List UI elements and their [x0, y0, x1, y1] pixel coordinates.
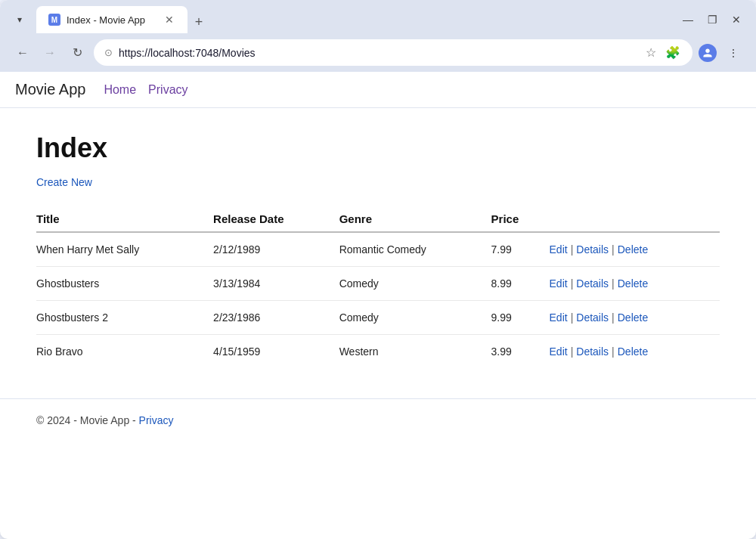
page-content: Movie App Home Privacy Index Create New …	[0, 72, 756, 441]
cell-genre: Comedy	[339, 267, 491, 301]
col-actions	[550, 206, 720, 232]
forward-button[interactable]: →	[39, 42, 60, 64]
footer-text: © 2024 - Movie App -	[36, 414, 139, 426]
page-footer: © 2024 - Movie App - Privacy	[0, 398, 756, 441]
cell-title: Ghostbusters	[36, 267, 213, 301]
cell-price: 9.99	[491, 301, 550, 335]
action-separator: |	[612, 345, 615, 358]
cell-title: When Harry Met Sally	[36, 232, 213, 267]
tab-title: Index - Movie App	[67, 14, 145, 26]
delete-link[interactable]: Delete	[618, 345, 648, 358]
url-text: https://localhost:7048/Movies	[119, 47, 638, 59]
maximize-button[interactable]: ❐	[702, 9, 723, 30]
cell-release-date: 3/13/1984	[213, 267, 339, 301]
address-bar: ← → ↻ ⊙ https://localhost:7048/Movies ☆ …	[0, 33, 756, 72]
navbar: Movie App Home Privacy	[0, 72, 756, 108]
movies-table: Title Release Date Genre Price When Harr…	[36, 206, 720, 368]
bookmark-icon[interactable]: ☆	[644, 44, 658, 61]
active-tab[interactable]: M Index - Movie App ✕	[36, 6, 187, 33]
new-tab-button[interactable]: +	[187, 11, 210, 33]
main-content: Index Create New Title Release Date Genr…	[0, 108, 756, 398]
cell-actions: Edit | Details | Delete	[550, 301, 720, 335]
action-links: Edit | Details | Delete	[550, 345, 711, 358]
table-row: When Harry Met Sally2/12/1989Romantic Co…	[36, 232, 720, 267]
navbar-brand: Movie App	[15, 81, 85, 98]
tab-bar: M Index - Movie App ✕ +	[36, 6, 671, 33]
cell-price: 7.99	[491, 232, 550, 267]
page-title: Index	[36, 132, 720, 164]
action-separator: |	[571, 243, 574, 256]
footer-privacy-link[interactable]: Privacy	[139, 414, 174, 426]
create-new-link[interactable]: Create New	[36, 176, 92, 188]
action-separator: |	[612, 243, 615, 256]
profile-icon[interactable]	[699, 44, 717, 62]
table-row: Ghostbusters3/13/1984Comedy8.99Edit | De…	[36, 267, 720, 301]
browser-menu-button[interactable]: ⋮	[723, 42, 744, 64]
details-link[interactable]: Details	[576, 277, 609, 290]
col-genre: Genre	[339, 206, 491, 232]
tab-dropdown-btn[interactable]: ▾	[9, 9, 30, 30]
cell-actions: Edit | Details | Delete	[550, 335, 720, 369]
cell-actions: Edit | Details | Delete	[550, 267, 720, 301]
action-separator: |	[571, 277, 574, 290]
details-link[interactable]: Details	[576, 243, 609, 256]
cell-title: Rio Bravo	[36, 335, 213, 369]
action-separator: |	[571, 311, 574, 324]
reload-button[interactable]: ↻	[67, 42, 88, 64]
address-box[interactable]: ⊙ https://localhost:7048/Movies ☆ 🧩	[94, 39, 692, 66]
tab-close-btn[interactable]: ✕	[163, 12, 175, 27]
col-title: Title	[36, 206, 213, 232]
edit-link[interactable]: Edit	[550, 277, 568, 290]
cell-price: 8.99	[491, 267, 550, 301]
delete-link[interactable]: Delete	[618, 277, 648, 290]
edit-link[interactable]: Edit	[550, 311, 568, 324]
security-icon: ⊙	[104, 47, 113, 58]
col-price: Price	[491, 206, 550, 232]
window-controls: — ❐ ✕	[677, 9, 747, 30]
cell-genre: Romantic Comedy	[339, 232, 491, 267]
table-body: When Harry Met Sally2/12/1989Romantic Co…	[36, 232, 720, 368]
back-button[interactable]: ←	[12, 42, 33, 64]
cell-genre: Western	[339, 335, 491, 369]
details-link[interactable]: Details	[576, 345, 609, 358]
cell-release-date: 2/23/1986	[213, 301, 339, 335]
cell-release-date: 4/15/1959	[213, 335, 339, 369]
close-button[interactable]: ✕	[726, 9, 747, 30]
extensions-icon[interactable]: 🧩	[664, 44, 682, 61]
delete-link[interactable]: Delete	[618, 243, 648, 256]
details-link[interactable]: Details	[576, 311, 609, 324]
table-row: Rio Bravo4/15/1959Western3.99Edit | Deta…	[36, 335, 720, 369]
cell-price: 3.99	[491, 335, 550, 369]
minimize-button[interactable]: —	[677, 9, 699, 30]
table-row: Ghostbusters 22/23/1986Comedy9.99Edit | …	[36, 301, 720, 335]
edit-link[interactable]: Edit	[550, 243, 568, 256]
cell-genre: Comedy	[339, 301, 491, 335]
action-separator: |	[612, 277, 615, 290]
nav-privacy-link[interactable]: Privacy	[148, 83, 187, 97]
cell-actions: Edit | Details | Delete	[550, 232, 720, 267]
nav-home-link[interactable]: Home	[104, 83, 136, 97]
edit-link[interactable]: Edit	[550, 345, 568, 358]
col-release-date: Release Date	[213, 206, 339, 232]
action-links: Edit | Details | Delete	[550, 243, 711, 256]
action-links: Edit | Details | Delete	[550, 277, 711, 290]
delete-link[interactable]: Delete	[618, 311, 648, 324]
browser-window: ▾ M Index - Movie App ✕ + — ❐ ✕ ← → ↻ ⊙ …	[0, 0, 756, 539]
action-separator: |	[612, 311, 615, 324]
action-links: Edit | Details | Delete	[550, 311, 711, 324]
cell-title: Ghostbusters 2	[36, 301, 213, 335]
cell-release-date: 2/12/1989	[213, 232, 339, 267]
action-separator: |	[571, 345, 574, 358]
table-header: Title Release Date Genre Price	[36, 206, 720, 232]
browser-titlebar: ▾ M Index - Movie App ✕ + — ❐ ✕	[0, 0, 756, 33]
tab-favicon: M	[48, 14, 60, 26]
